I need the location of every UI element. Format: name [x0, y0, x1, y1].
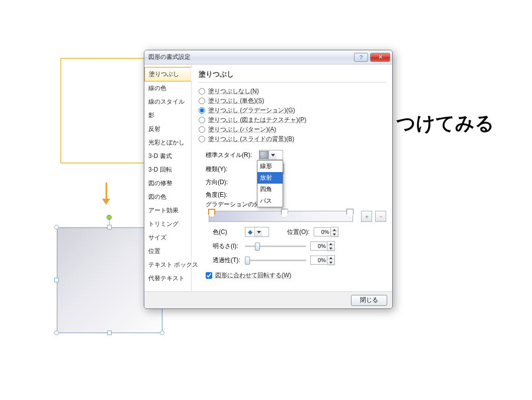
brightness-label: 明るさ(I):: [213, 242, 241, 251]
sidebar-item-3d-format[interactable]: 3-D 書式: [144, 149, 191, 163]
dialog-titlebar[interactable]: 図形の書式設定 ? ✕: [144, 50, 392, 64]
chevron-down-icon[interactable]: [254, 227, 262, 236]
transparency-slider[interactable]: [245, 260, 306, 261]
chevron-down-icon[interactable]: [269, 150, 277, 159]
plus-icon: ＋: [364, 213, 370, 220]
transparency-input[interactable]: [310, 256, 327, 265]
radio-picture-fill[interactable]: 塗りつぶし (図またはテクスチャ)(P): [199, 115, 386, 125]
minus-icon: －: [378, 213, 384, 220]
spinner-up[interactable]: [327, 242, 334, 246]
radio-solid-fill[interactable]: 塗りつぶし (単色)(S): [199, 96, 386, 106]
radio-gradient-fill-label: 塗りつぶし (グラデーション)(G): [208, 106, 295, 115]
spinner-down[interactable]: [327, 260, 334, 265]
sidebar-item-size[interactable]: サイズ: [144, 231, 191, 245]
background-text: つけてみる: [396, 111, 494, 136]
radio-pattern-fill[interactable]: 塗りつぶし (パターン)(A): [199, 125, 386, 134]
sidebar-item-alt-text[interactable]: 代替テキスト: [144, 272, 191, 285]
sidebar-item-shadow[interactable]: 影: [144, 109, 191, 122]
radio-slide-bg-fill-input[interactable]: [199, 136, 205, 142]
slider-thumb[interactable]: [255, 243, 260, 251]
sidebar-item-fill[interactable]: 塗りつぶし: [144, 67, 192, 82]
position-input[interactable]: [314, 227, 331, 236]
sidebar-item-line-color[interactable]: 線の色: [144, 82, 191, 95]
sidebar-item-artistic-effects[interactable]: アート効果: [144, 204, 191, 217]
sidebar-item-position[interactable]: 位置: [144, 245, 191, 258]
radio-no-fill-label: 塗りつぶしなし(N): [208, 87, 259, 96]
brightness-input[interactable]: [310, 242, 327, 251]
radio-no-fill[interactable]: 塗りつぶしなし(N): [199, 87, 386, 96]
radio-slide-bg-fill[interactable]: 塗りつぶし (スライドの背景)(B): [199, 134, 386, 144]
preset-style-combo[interactable]: [259, 150, 283, 160]
direction-label: 方向(D):: [206, 178, 255, 187]
rotate-with-shape-checkbox[interactable]: [206, 272, 212, 279]
format-shape-dialog: 図形の書式設定 ? ✕ 塗りつぶし 線の色 線のスタイル 影 反射 光彩とぼかし…: [144, 50, 393, 309]
arrow-down-icon: [102, 183, 110, 205]
rotate-with-shape-label: 図形に合わせて回転する(W): [215, 271, 291, 280]
gradient-stop-3[interactable]: [346, 209, 353, 225]
radio-solid-fill-input[interactable]: [199, 98, 205, 104]
preset-label: 標準スタイル(R):: [206, 151, 255, 159]
sidebar-item-textbox[interactable]: テキスト ボックス: [144, 258, 191, 272]
dialog-footer: 閉じる: [144, 291, 392, 308]
close-button[interactable]: 閉じる: [351, 295, 387, 306]
resize-handle-se[interactable]: [160, 331, 164, 335]
gradient-stop-bar[interactable]: [209, 211, 353, 222]
type-label: 種類(Y):: [206, 165, 255, 174]
sidebar-item-line-style[interactable]: 線のスタイル: [144, 95, 191, 109]
radio-slide-bg-fill-label: 塗りつぶし (スライドの背景)(B): [208, 135, 294, 143]
angle-label: 角度(E):: [206, 191, 255, 199]
dropdown-option-rectangular[interactable]: 四角: [257, 184, 283, 195]
remove-gradient-stop-button[interactable]: －: [375, 211, 386, 222]
resize-handle-sw[interactable]: [54, 331, 59, 335]
sidebar-item-picture-corrections[interactable]: 図の修整: [144, 177, 191, 190]
sidebar-item-crop[interactable]: トリミング: [144, 217, 191, 231]
add-gradient-stop-button[interactable]: ＋: [361, 211, 372, 222]
radio-pattern-fill-label: 塗りつぶし (パターン)(A): [208, 125, 276, 134]
rotation-handle[interactable]: [107, 215, 112, 220]
radio-gradient-fill-input[interactable]: [199, 107, 205, 114]
panel-title: 塗りつぶし: [199, 70, 386, 83]
fill-panel: 塗りつぶし 塗りつぶしなし(N) 塗りつぶし (単色)(S) 塗りつぶし (グラ…: [192, 65, 392, 270]
position-spinner[interactable]: [314, 227, 338, 237]
gradient-type-dropdown: 線形 放射 四角 パス: [257, 160, 283, 207]
close-icon[interactable]: ✕: [370, 53, 390, 62]
radio-gradient-fill[interactable]: 塗りつぶし (グラデーション)(G): [199, 106, 386, 115]
help-button[interactable]: ?: [354, 53, 368, 62]
spinner-down[interactable]: [331, 232, 338, 236]
color-picker[interactable]: ◆: [245, 227, 269, 237]
dropdown-option-radial[interactable]: 放射: [257, 172, 283, 184]
sidebar-item-reflection[interactable]: 反射: [144, 122, 191, 136]
resize-handle-s[interactable]: [107, 331, 112, 335]
transparency-spinner[interactable]: [310, 255, 335, 265]
bucket-icon: ◆: [245, 228, 254, 235]
resize-handle-w[interactable]: [54, 278, 59, 282]
preset-swatch-icon: [259, 151, 269, 159]
position-label: 位置(O):: [287, 228, 310, 236]
brightness-spinner[interactable]: [310, 241, 335, 251]
transparency-label: 透過性(T):: [213, 256, 241, 265]
sidebar-item-glow[interactable]: 光彩とぼかし: [144, 136, 191, 149]
radio-pattern-fill-input[interactable]: [199, 126, 205, 133]
resize-handle-nw[interactable]: [54, 225, 59, 229]
resize-handle-n[interactable]: [107, 225, 112, 229]
dropdown-option-linear[interactable]: 線形: [257, 161, 283, 172]
category-sidebar: 塗りつぶし 線の色 線のスタイル 影 反射 光彩とぼかし 3-D 書式 3-D …: [144, 65, 192, 291]
radio-picture-fill-input[interactable]: [199, 117, 205, 123]
titlebar-buttons: ? ✕: [354, 53, 390, 62]
slider-thumb[interactable]: [245, 257, 250, 265]
spinner-up[interactable]: [331, 227, 338, 232]
spinner-down[interactable]: [327, 246, 334, 251]
spinner-up[interactable]: [327, 256, 334, 260]
gradient-stop-1[interactable]: [208, 209, 215, 225]
radio-no-fill-input[interactable]: [199, 88, 205, 95]
dropdown-option-path[interactable]: パス: [257, 195, 283, 207]
dialog-title: 図形の書式設定: [148, 53, 191, 61]
brightness-slider[interactable]: [245, 246, 306, 247]
sidebar-item-3d-rotation[interactable]: 3-D 回転: [144, 163, 191, 177]
radio-solid-fill-label: 塗りつぶし (単色)(S): [208, 97, 264, 105]
color-label: 色(C): [213, 228, 241, 236]
sidebar-item-picture-color[interactable]: 図の色: [144, 190, 191, 204]
gradient-stop-2[interactable]: [281, 209, 288, 225]
radio-picture-fill-label: 塗りつぶし (図またはテクスチャ)(P): [208, 116, 306, 124]
